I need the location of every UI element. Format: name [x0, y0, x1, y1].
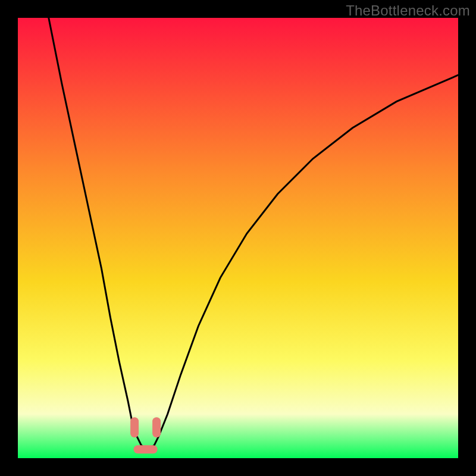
svg-rect-1	[152, 417, 161, 437]
chart-frame: TheBottleneck.com	[0, 0, 476, 476]
plot-area	[18, 18, 458, 458]
optimum-marker	[152, 417, 161, 437]
svg-rect-2	[134, 445, 158, 453]
optimum-marker	[130, 417, 139, 437]
watermark-text: TheBottleneck.com	[346, 2, 470, 19]
optimum-marker	[134, 445, 158, 453]
bottleneck-chart	[18, 18, 458, 458]
svg-rect-0	[130, 417, 139, 437]
gradient-background	[18, 18, 458, 458]
